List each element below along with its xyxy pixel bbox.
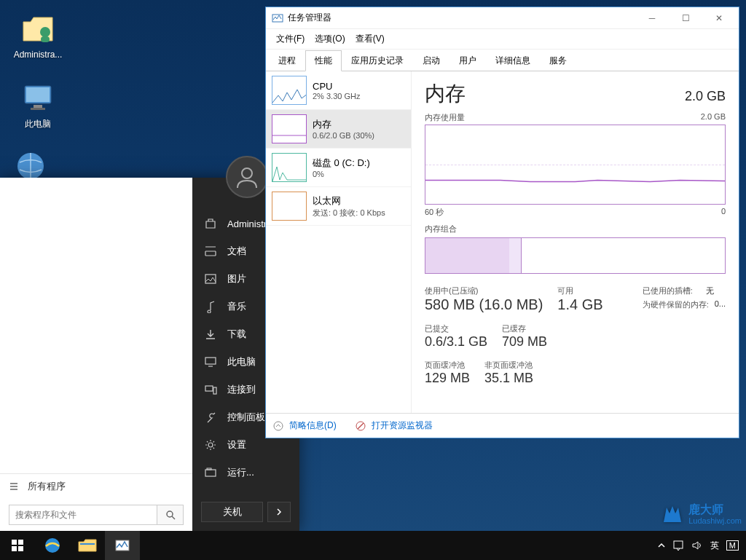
tab-processes[interactable]: 进程 bbox=[269, 50, 305, 71]
tab-services[interactable]: 服务 bbox=[540, 50, 576, 71]
wrench-icon bbox=[204, 411, 217, 424]
document-icon bbox=[204, 245, 217, 258]
menu-view[interactable]: 查看(V) bbox=[351, 31, 389, 47]
composition-label: 内存组合 bbox=[425, 224, 726, 234]
nonpaged-value: 35.1 MB bbox=[484, 371, 533, 386]
taskbar: 英 M bbox=[0, 531, 746, 560]
memory-title: 内存 bbox=[425, 80, 466, 108]
system-tray: 英 M bbox=[658, 540, 746, 552]
svg-rect-4 bbox=[34, 105, 42, 108]
svg-rect-21 bbox=[12, 546, 17, 551]
svg-rect-22 bbox=[18, 546, 23, 551]
monitor-icon bbox=[204, 355, 217, 368]
svg-point-17 bbox=[274, 422, 283, 430]
tray-up-button[interactable] bbox=[658, 542, 665, 549]
svg-rect-5 bbox=[31, 108, 45, 110]
taskbar-explorer[interactable] bbox=[70, 531, 105, 560]
start-button[interactable] bbox=[0, 531, 35, 560]
committed-value: 0.6/3.1 GB bbox=[425, 334, 487, 350]
svg-rect-24 bbox=[80, 543, 95, 545]
task-manager-icon bbox=[272, 12, 283, 24]
task-manager-window: 任务管理器 ─ ☐ ✕ 文件(F) 选项(O) 查看(V) 进程 性能 应用历史… bbox=[265, 7, 739, 438]
mini-disk-chart bbox=[272, 153, 307, 182]
desktop-icon-computer[interactable]: 此电脑 bbox=[10, 80, 66, 130]
ie-icon bbox=[43, 536, 62, 555]
list-icon bbox=[9, 481, 19, 492]
svg-rect-12 bbox=[213, 387, 216, 394]
svg-rect-15 bbox=[207, 468, 211, 470]
svg-point-13 bbox=[208, 443, 213, 447]
tray-ime1[interactable]: 英 bbox=[710, 540, 719, 552]
windows-icon bbox=[11, 539, 24, 552]
perf-main: 内存 2.0 GB 内存使用量 2.0 GB 60 秒 0 内存组合 bbox=[412, 71, 739, 413]
user-icon bbox=[204, 217, 217, 230]
sidebar-memory[interactable]: 内存0.6/2.0 GB (30%) bbox=[266, 110, 411, 149]
all-programs[interactable]: 所有程序 bbox=[0, 474, 192, 499]
taskbar-ie[interactable] bbox=[35, 531, 70, 560]
close-button[interactable]: ✕ bbox=[702, 8, 736, 28]
svg-rect-11 bbox=[205, 386, 213, 391]
fewer-details-link[interactable]: 简略信息(D) bbox=[289, 419, 337, 432]
axis-left: 60 秒 bbox=[425, 207, 444, 218]
tray-volume[interactable] bbox=[691, 540, 703, 551]
chevron-up-icon bbox=[658, 542, 665, 549]
desktop-icon-admin[interactable]: Administra... bbox=[10, 12, 66, 60]
tab-performance[interactable]: 性能 bbox=[305, 50, 342, 71]
folder-icon bbox=[78, 538, 97, 553]
sidebar-ethernet[interactable]: 以太网发送: 0 接收: 0 Kbps bbox=[266, 187, 411, 226]
mini-ethernet-chart bbox=[272, 192, 307, 221]
tab-startup[interactable]: 启动 bbox=[413, 50, 449, 71]
menu-bar: 文件(F) 选项(O) 查看(V) bbox=[266, 29, 739, 50]
download-icon bbox=[204, 328, 217, 341]
sr-run[interactable]: 运行... bbox=[192, 459, 299, 486]
menu-options[interactable]: 选项(O) bbox=[310, 31, 349, 47]
tray-ime2[interactable]: M bbox=[726, 540, 739, 551]
maximize-button[interactable]: ☐ bbox=[669, 8, 702, 28]
svg-point-7 bbox=[242, 168, 252, 178]
taskbar-task-manager[interactable] bbox=[105, 531, 140, 560]
sidebar-cpu[interactable]: CPU2% 3.30 GHz bbox=[266, 71, 411, 110]
tab-users[interactable]: 用户 bbox=[449, 50, 486, 71]
gear-icon bbox=[204, 438, 217, 451]
tab-app-history[interactable]: 应用历史记录 bbox=[342, 50, 413, 71]
paged-value: 129 MB bbox=[425, 371, 470, 386]
tab-details[interactable]: 详细信息 bbox=[486, 50, 540, 71]
search-button[interactable] bbox=[157, 505, 184, 525]
available-value: 1.4 GB bbox=[557, 296, 602, 313]
chevron-right-icon bbox=[275, 508, 283, 516]
picture-icon bbox=[204, 272, 217, 285]
titlebar[interactable]: 任务管理器 ─ ☐ ✕ bbox=[266, 7, 739, 29]
resource-monitor-icon bbox=[356, 421, 366, 431]
cached-value: 709 MB bbox=[502, 334, 547, 350]
svg-rect-1 bbox=[41, 36, 50, 42]
svg-rect-14 bbox=[205, 470, 216, 476]
window-title: 任务管理器 bbox=[288, 12, 331, 24]
in-use-value: 580 MB (16.0 MB) bbox=[425, 296, 543, 313]
sidebar-disk[interactable]: 磁盘 0 (C: D:)0% bbox=[266, 149, 411, 187]
minimize-button[interactable]: ─ bbox=[635, 8, 669, 28]
reserved-value: 0... bbox=[715, 299, 726, 310]
tab-bar: 进程 性能 应用历史记录 启动 用户 详细信息 服务 bbox=[266, 50, 739, 71]
all-programs-label: 所有程序 bbox=[28, 480, 66, 493]
connect-icon bbox=[204, 383, 217, 396]
slots-value: 无 bbox=[706, 285, 714, 296]
menu-file[interactable]: 文件(F) bbox=[272, 31, 309, 47]
desktop-icon-label: 此电脑 bbox=[25, 118, 51, 130]
folder-user-icon bbox=[20, 12, 55, 47]
shutdown-options-button[interactable] bbox=[267, 502, 291, 522]
open-resource-monitor-link[interactable]: 打开资源监视器 bbox=[372, 419, 433, 432]
desktop-icon-label: Administra... bbox=[14, 50, 63, 60]
tray-action-center[interactable] bbox=[672, 540, 684, 551]
axis-right: 0 bbox=[721, 207, 726, 218]
search-input[interactable] bbox=[9, 505, 157, 525]
shutdown-button[interactable]: 关机 bbox=[201, 502, 263, 522]
memory-composition-chart bbox=[425, 237, 726, 274]
search-icon bbox=[165, 510, 176, 520]
svg-rect-26 bbox=[674, 541, 683, 548]
usage-max: 2.0 GB bbox=[701, 112, 726, 123]
music-icon bbox=[204, 300, 217, 313]
user-avatar[interactable] bbox=[226, 156, 268, 198]
mini-cpu-chart bbox=[272, 76, 307, 105]
tm-footer: 简略信息(D) 打开资源监视器 bbox=[266, 413, 739, 438]
chevron-up-icon bbox=[273, 421, 283, 431]
